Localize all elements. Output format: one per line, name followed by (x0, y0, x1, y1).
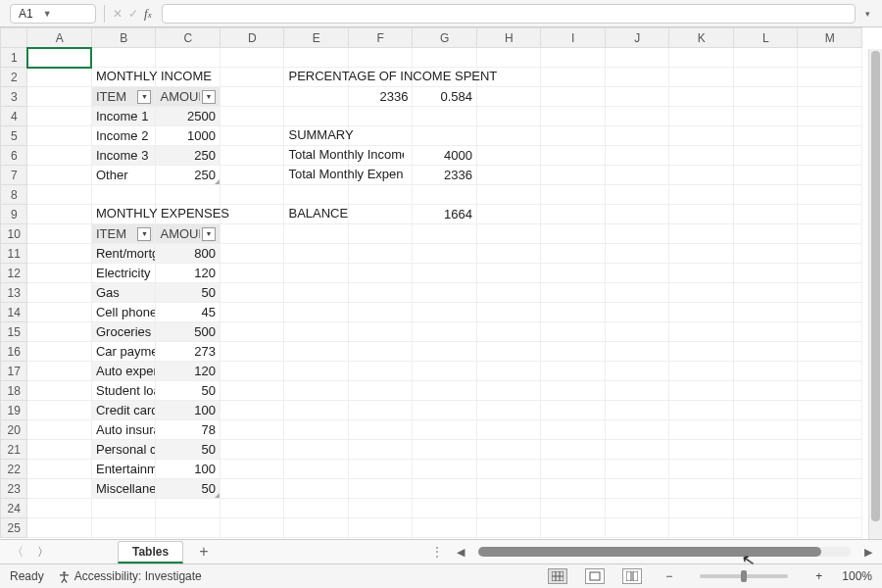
cell[interactable] (27, 381, 92, 401)
cell[interactable] (284, 224, 349, 244)
cell[interactable] (669, 87, 734, 107)
view-page-break-button[interactable] (622, 568, 642, 584)
cell[interactable] (220, 283, 284, 303)
cell[interactable]: 500 (156, 322, 220, 342)
cell[interactable] (798, 362, 862, 381)
cell[interactable]: MONTHLY EXPENSES (91, 205, 156, 224)
cancel-icon[interactable]: ✕ (113, 7, 122, 21)
cell[interactable] (156, 499, 220, 518)
cell[interactable] (605, 205, 669, 224)
zoom-slider[interactable] (700, 574, 788, 578)
cell[interactable] (284, 107, 349, 126)
cell[interactable] (605, 342, 669, 362)
cell[interactable] (605, 244, 669, 264)
cell[interactable] (220, 68, 284, 87)
hscroll-left-icon[interactable]: ◀ (455, 546, 466, 559)
hscroll-right-icon[interactable]: ▶ (862, 546, 874, 559)
cell[interactable] (27, 479, 92, 499)
cell[interactable] (284, 244, 349, 264)
cell[interactable] (348, 381, 413, 401)
cell[interactable] (733, 166, 798, 185)
cell[interactable] (476, 283, 541, 303)
cell[interactable] (669, 244, 734, 264)
cell[interactable] (733, 362, 798, 381)
row-header[interactable]: 2 (1, 68, 27, 87)
cell[interactable] (413, 518, 477, 538)
cell[interactable] (284, 362, 349, 381)
cell[interactable] (669, 499, 734, 518)
cell[interactable] (220, 342, 284, 362)
cell[interactable] (27, 224, 92, 244)
cell[interactable] (798, 342, 862, 362)
cell[interactable] (605, 322, 669, 342)
cell[interactable]: Rent/mortgage (91, 244, 156, 264)
row-header[interactable]: 22 (1, 460, 27, 479)
cell[interactable] (476, 362, 541, 381)
cell[interactable] (348, 264, 413, 283)
cell[interactable] (541, 381, 606, 401)
cell[interactable] (669, 518, 734, 538)
filter-dropdown-icon[interactable]: ▼ (137, 227, 151, 241)
cell[interactable] (733, 264, 798, 283)
cell[interactable] (413, 224, 477, 244)
cell[interactable] (91, 185, 156, 205)
cell[interactable] (348, 107, 413, 126)
row-header[interactable]: 19 (1, 401, 27, 420)
cell[interactable] (476, 264, 541, 283)
sheet-tab-tables[interactable]: Tables (118, 541, 183, 564)
cell[interactable] (733, 460, 798, 479)
cell[interactable] (605, 126, 669, 146)
cell[interactable] (156, 205, 220, 224)
cell[interactable] (605, 381, 669, 401)
cell[interactable] (669, 479, 734, 499)
zoom-level[interactable]: 100% (842, 569, 872, 583)
cell[interactable] (348, 322, 413, 342)
cell[interactable] (541, 440, 606, 460)
col-header[interactable]: C (156, 28, 220, 48)
cell[interactable]: 100 (156, 401, 220, 420)
cell[interactable]: MONTHLY INCOME (91, 68, 156, 87)
cell[interactable]: AMOUNT▼ (156, 87, 220, 107)
cell[interactable] (156, 518, 220, 538)
cell[interactable] (541, 362, 606, 381)
cell[interactable] (605, 499, 669, 518)
cell[interactable] (284, 401, 349, 420)
cell[interactable] (220, 401, 284, 420)
cell[interactable] (605, 87, 669, 107)
cell[interactable] (605, 68, 669, 87)
cell[interactable]: Student loans (91, 381, 156, 401)
cell[interactable]: 100 (156, 460, 220, 479)
scrollbar-thumb[interactable] (871, 51, 880, 521)
cell[interactable] (284, 420, 349, 440)
cell[interactable]: 120 (156, 362, 220, 381)
cell[interactable]: 250 (156, 166, 220, 185)
cell[interactable] (220, 48, 284, 68)
cell[interactable] (476, 185, 541, 205)
add-sheet-button[interactable]: + (189, 543, 218, 561)
cell[interactable] (541, 264, 606, 283)
col-header[interactable]: J (605, 28, 669, 48)
cell[interactable] (348, 48, 413, 68)
cell[interactable] (669, 342, 734, 362)
row-header[interactable]: 24 (1, 499, 27, 518)
cell[interactable] (284, 518, 349, 538)
cell[interactable] (476, 205, 541, 224)
cell[interactable] (541, 342, 606, 362)
cell[interactable] (669, 381, 734, 401)
cell[interactable]: BALANCE (284, 205, 349, 224)
cell[interactable] (669, 283, 734, 303)
cell[interactable] (27, 87, 92, 107)
filter-dropdown-icon[interactable]: ▼ (202, 227, 216, 241)
cell[interactable] (220, 166, 284, 185)
cell[interactable] (541, 499, 606, 518)
cell[interactable]: 1664 (413, 205, 477, 224)
cell[interactable] (348, 401, 413, 420)
cell[interactable] (733, 420, 798, 440)
cell[interactable] (733, 126, 798, 146)
cell[interactable] (798, 420, 862, 440)
cell[interactable] (669, 68, 734, 87)
cell[interactable] (733, 283, 798, 303)
cell[interactable] (541, 185, 606, 205)
cell[interactable] (284, 185, 349, 205)
cell[interactable] (605, 264, 669, 283)
